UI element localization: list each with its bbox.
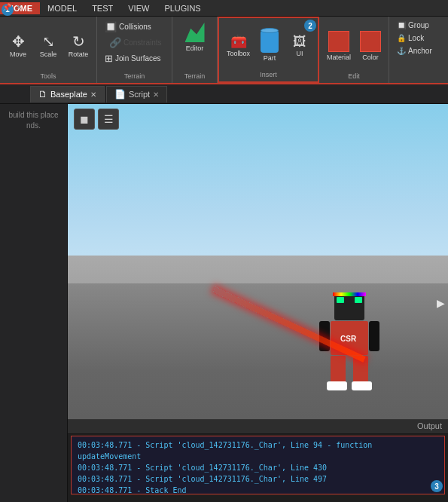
svg-rect-2 — [355, 297, 362, 303]
ribbon: ✥ Move ⤡ Scale ↻ Rotate Tools 🔲 Collisio… — [0, 17, 448, 84]
tools-group: ✥ Move ⤡ Scale ↻ Rotate Tools — [0, 17, 97, 83]
lock-icon: 🔒 — [397, 34, 406, 42]
ui-icon: 🖼 — [293, 35, 306, 48]
constraints-icon: 🔗 — [109, 37, 121, 48]
left-sidebar: build this place nds. — [0, 104, 68, 502]
editor-group: Editor Terrain — [172, 17, 218, 83]
menu-test[interactable]: TEST — [84, 2, 120, 14]
viewport-btn-1[interactable]: ◼ — [74, 109, 95, 130]
terrain-group: 🔲 Collisions 🔗 Constraints ⊞ Join Surfac… — [97, 17, 172, 83]
right-top: 🔲 Group 🔒 Lock ⚓ Anchor — [394, 20, 437, 80]
rotate-icon: ↻ — [72, 34, 85, 49]
lock-label: Lock — [408, 34, 424, 42]
constraints-button[interactable]: 🔗 Constraints — [102, 35, 167, 50]
right-group: 🔲 Group 🔒 Lock ⚓ Anchor — [389, 17, 442, 83]
material-label: Material — [327, 54, 351, 61]
output-line-3: 00:03:48.771 - Script 'cloud_142731176._… — [78, 473, 438, 485]
svg-rect-1 — [337, 297, 344, 303]
rotate-button[interactable]: ↻ Rotate — [65, 20, 92, 72]
badge-2: 2 — [304, 20, 316, 32]
collisions-icon: 🔲 — [105, 21, 117, 32]
svg-rect-10 — [327, 381, 347, 390]
part-label: Part — [264, 54, 276, 62]
anchor-icon: ⚓ — [397, 47, 406, 55]
menu-plugins[interactable]: PLUGINS — [157, 2, 208, 14]
ui-label: UI — [297, 50, 303, 57]
sidebar-text: build this place nds. — [3, 110, 64, 131]
color-label: Color — [362, 54, 379, 61]
color-icon — [360, 31, 381, 52]
material-icon — [328, 31, 349, 52]
svg-rect-11 — [352, 381, 372, 390]
edit-group: Material Color Edit — [319, 17, 389, 83]
move-icon: ✥ — [12, 34, 25, 49]
edit-top: Material Color — [324, 20, 384, 72]
scale-label: Scale — [40, 51, 57, 58]
viewport-btn-2[interactable]: ☰ — [98, 109, 119, 130]
group-label: Group — [408, 21, 429, 29]
tools-group-title: Tools — [5, 72, 92, 80]
output-line-2: 00:03:48.771 - Script 'cloud_142731176._… — [78, 462, 438, 473]
viewport-toolbar: ◼ ☰ — [74, 109, 119, 130]
pin-button[interactable]: 📌 — [2, 2, 12, 12]
svg-rect-7 — [369, 321, 379, 351]
menu-bar: 1 HOME MODEL TEST VIEW PLUGINS — [0, 0, 448, 17]
insert-group-title: Insert — [224, 71, 313, 78]
toolbox-button[interactable]: 🧰 Toolbox — [224, 32, 253, 60]
editor-group-title: Terrain — [184, 71, 206, 80]
editor-button[interactable]: Editor — [179, 20, 211, 55]
badge-3: 3 — [431, 480, 443, 492]
group-button[interactable]: 🔲 Group — [394, 20, 437, 31]
tools-buttons: ✥ Move ⤡ Scale ↻ Rotate — [5, 20, 92, 72]
menu-view[interactable]: VIEW — [120, 2, 157, 14]
material-button[interactable]: Material — [324, 29, 354, 63]
baseplate-tab-close[interactable]: ✕ — [90, 90, 96, 99]
collisions-label: Collisions — [119, 23, 151, 31]
tab-script[interactable]: 📄 Script ✕ — [106, 86, 167, 103]
collisions-button[interactable]: 🔲 Collisions — [102, 20, 167, 34]
lock-button[interactable]: 🔒 Lock — [394, 32, 437, 44]
output-panel: Output 00:03:48.771 - Script 'cloud_1427… — [68, 419, 448, 502]
output-content: 00:03:48.771 - Script 'cloud_142731176._… — [71, 436, 445, 494]
insert-group: 2 🧰 Toolbox Part 🖼 UI — [218, 17, 319, 83]
script-tab-close[interactable]: ✕ — [153, 90, 159, 99]
output-line-4: 00:03:48.771 - Stack End — [78, 485, 438, 494]
insert-top: 🧰 Toolbox Part 🖼 UI — [224, 21, 313, 71]
tab-bar: 📌 ✕ 🗋 Baseplate ✕ 📄 Script ✕ — [0, 84, 448, 104]
scale-icon: ⤡ — [42, 34, 55, 49]
part-button[interactable]: Part — [256, 28, 283, 64]
unpin-button[interactable]: ✕ — [14, 2, 24, 12]
script-tab-label: Script — [129, 90, 150, 99]
move-label: Move — [10, 51, 26, 58]
scale-button[interactable]: ⤡ Scale — [35, 20, 62, 72]
edit-group-title: Edit — [324, 72, 384, 80]
toolbox-label: Toolbox — [227, 50, 250, 57]
join-surfaces-icon: ⊞ — [105, 53, 113, 64]
join-surfaces-label: Join Surfaces — [115, 54, 161, 63]
editor-label: Editor — [186, 44, 204, 52]
scroll-right-arrow[interactable]: ▶ — [437, 297, 445, 309]
color-button[interactable]: Color — [357, 29, 384, 63]
main-area: build this place nds. — [0, 104, 448, 502]
script-tab-icon: 📄 — [114, 89, 126, 99]
group-icon: 🔲 — [397, 21, 406, 29]
viewport[interactable]: CSR ◼ ☰ ▶ Output — [68, 104, 448, 502]
tab-baseplate[interactable]: 🗋 Baseplate ✕ — [30, 86, 105, 103]
move-button[interactable]: ✥ Move — [5, 20, 32, 72]
part-icon — [261, 30, 279, 53]
output-line-1: 00:03:48.771 - Script 'cloud_142731176._… — [78, 439, 438, 462]
anchor-label: Anchor — [408, 47, 432, 55]
join-surfaces-button[interactable]: ⊞ Join Surfaces — [102, 51, 167, 66]
svg-text:CSR: CSR — [340, 335, 357, 343]
editor-terrain-icon — [185, 23, 205, 42]
baseplate-tab-icon: 🗋 — [38, 89, 47, 99]
terrain-group-title: Terrain — [102, 72, 167, 80]
rotate-label: Rotate — [69, 51, 89, 58]
menu-model[interactable]: MODEL — [40, 2, 84, 14]
ui-button[interactable]: 🖼 UI — [286, 32, 313, 60]
terrain-top: 🔲 Collisions 🔗 Constraints ⊞ Join Surfac… — [102, 20, 167, 72]
svg-rect-3 — [333, 292, 366, 296]
pin-panel: 📌 ✕ — [0, 0, 26, 14]
anchor-button[interactable]: ⚓ Anchor — [394, 45, 437, 57]
toolbox-icon: 🧰 — [230, 35, 247, 48]
